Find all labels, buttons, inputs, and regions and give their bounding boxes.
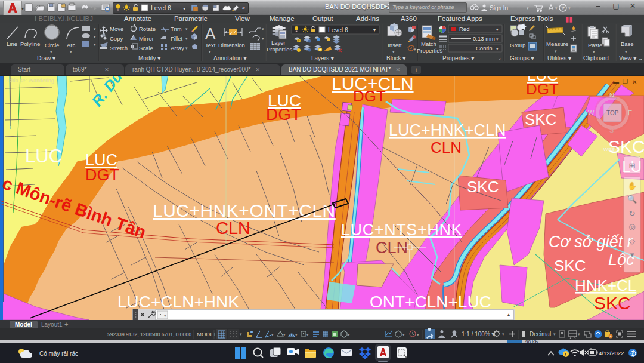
svg-text:LUC+NTS+HNK: LUC+NTS+HNK	[341, 221, 462, 239]
svg-text:W: W	[588, 109, 595, 116]
svg-text:Sign In: Sign In	[490, 5, 508, 11]
svg-text:Groups ▾: Groups ▾	[510, 55, 534, 61]
svg-text:SKC: SKC	[594, 293, 631, 313]
svg-text:CLN: CLN	[216, 219, 250, 238]
svg-text:▾: ▾	[185, 46, 188, 50]
svg-text:E: E	[628, 109, 632, 116]
svg-text:N: N	[609, 91, 614, 99]
svg-text:▾: ▾	[553, 332, 556, 336]
svg-text:WCS: WCS	[603, 147, 615, 152]
svg-text:Trim: Trim	[171, 26, 182, 32]
svg-text:Arc: Arc	[67, 42, 76, 48]
svg-text:Circle: Circle	[45, 42, 59, 48]
svg-text:Move: Move	[110, 26, 123, 32]
svg-text:LUC: LUC	[25, 146, 62, 167]
svg-text:❐: ❐	[623, 78, 628, 85]
svg-text:Stretch: Stretch	[110, 45, 128, 51]
svg-text:▾: ▾	[271, 333, 274, 337]
svg-text:4/12/2022: 4/12/2022	[599, 350, 624, 356]
svg-text:Red: Red	[459, 26, 469, 32]
svg-text:Properties: Properties	[267, 46, 293, 53]
svg-text:Layers ▾: Layers ▾	[311, 55, 334, 61]
svg-text:Base: Base	[621, 41, 634, 47]
svg-text:▾: ▾	[555, 49, 557, 53]
svg-text:TOP: TOP	[606, 110, 619, 116]
svg-text:Properties: Properties	[417, 47, 443, 54]
svg-text:⊞: ⊞	[629, 161, 636, 170]
svg-text:▾: ▾	[402, 333, 405, 337]
svg-text:▾: ▾	[262, 27, 264, 31]
svg-text:▲: ▲	[506, 312, 511, 318]
svg-text:Modify ▾: Modify ▾	[138, 55, 160, 61]
svg-text:▾: ▾	[348, 333, 350, 337]
svg-text:Text: Text	[205, 42, 216, 48]
svg-text:Paste: Paste	[588, 42, 602, 48]
svg-text:▾: ▾	[209, 50, 211, 54]
svg-text:◎: ◎	[628, 222, 635, 231]
svg-text:✕: ✕	[632, 79, 637, 85]
svg-text:▾: ▾	[527, 6, 529, 10]
svg-text:▾: ▾	[417, 333, 419, 337]
svg-text:▬: ▬	[613, 78, 619, 85]
svg-text:Block ▾: Block ▾	[386, 55, 405, 61]
svg-text:▾: ▾	[496, 27, 499, 32]
svg-text:▾: ▾	[496, 37, 499, 41]
svg-text:S: S	[609, 127, 614, 134]
svg-text:🔍: 🔍	[627, 194, 637, 204]
svg-text:Copy: Copy	[110, 35, 123, 42]
svg-text:▾: ▾	[568, 6, 571, 10]
svg-text:HNK+CL: HNK+CL	[575, 276, 636, 294]
svg-text:Match: Match	[421, 41, 436, 47]
svg-text:▾: ▾	[164, 313, 166, 318]
svg-text:Clipboard: Clipboard	[583, 55, 609, 61]
svg-text:DGT: DGT	[85, 166, 119, 184]
svg-text:Level 6: Level 6	[151, 4, 171, 11]
svg-text:Contin...: Contin...	[476, 45, 497, 51]
svg-text:▾: ▾	[502, 332, 504, 336]
svg-text:Level 6: Level 6	[328, 26, 348, 33]
svg-text:DGT: DGT	[353, 87, 386, 105]
svg-text:6: 6	[632, 351, 635, 356]
svg-text:Mirror: Mirror	[139, 35, 154, 42]
svg-text:Draw ▾: Draw ▾	[37, 55, 55, 61]
svg-text:SKC: SKC	[467, 178, 499, 196]
svg-text:Decimal: Decimal	[530, 331, 551, 337]
svg-text:▾: ▾	[306, 333, 309, 337]
svg-text:▾: ▾	[593, 50, 595, 54]
svg-text:LUC+HNK+ONT+CLN: LUC+HNK+ONT+CLN	[153, 201, 336, 220]
svg-text:Fillet: Fillet	[171, 35, 182, 42]
svg-text:▾: ▾	[94, 27, 96, 31]
svg-text:▾: ▾	[185, 36, 188, 41]
svg-text:▾: ▾	[414, 47, 416, 51]
svg-text:View ▾ ⌄: View ▾ ⌄	[619, 55, 643, 61]
svg-text:▾: ▾	[578, 332, 580, 336]
svg-text:CLN: CLN	[376, 239, 408, 257]
svg-text:DGT: DGT	[266, 105, 301, 124]
svg-text:▾: ▾	[262, 36, 264, 41]
svg-text:▾: ▾	[555, 6, 558, 10]
svg-text:▾: ▾	[185, 27, 188, 31]
svg-text:CLN: CLN	[431, 139, 462, 156]
svg-text:▾: ▾	[283, 333, 286, 337]
svg-text:»: »	[242, 5, 245, 11]
svg-text:✋: ✋	[627, 181, 637, 191]
svg-text:▾: ▾	[91, 6, 94, 11]
svg-text:↻: ↻	[629, 209, 636, 218]
svg-text:Polyline: Polyline	[20, 41, 40, 47]
svg-text:▾: ▾	[94, 42, 96, 47]
svg-text:Có mây rải rác: Có mây rải rác	[39, 350, 78, 357]
svg-text:1:1 / 100% ▾: 1:1 / 100% ▾	[462, 331, 495, 337]
svg-text:0.13 mm: 0.13 mm	[473, 35, 495, 42]
svg-text:▾: ▾	[496, 47, 499, 51]
svg-text:Layer: Layer	[271, 39, 286, 46]
svg-text:Insert: Insert	[388, 42, 402, 48]
svg-text:◇: ◇	[629, 236, 635, 245]
svg-text:LUC+HNK+CLN: LUC+HNK+CLN	[389, 121, 506, 139]
svg-text:SKC: SKC	[525, 110, 556, 128]
svg-text:Measure: Measure	[546, 41, 568, 47]
svg-text:DGT: DGT	[526, 80, 559, 98]
svg-text:Annotation ▾: Annotation ▾	[213, 55, 247, 61]
svg-text:▾: ▾	[183, 6, 185, 11]
svg-text:▾: ▾	[295, 333, 298, 337]
svg-text:▾: ▾	[70, 50, 72, 54]
